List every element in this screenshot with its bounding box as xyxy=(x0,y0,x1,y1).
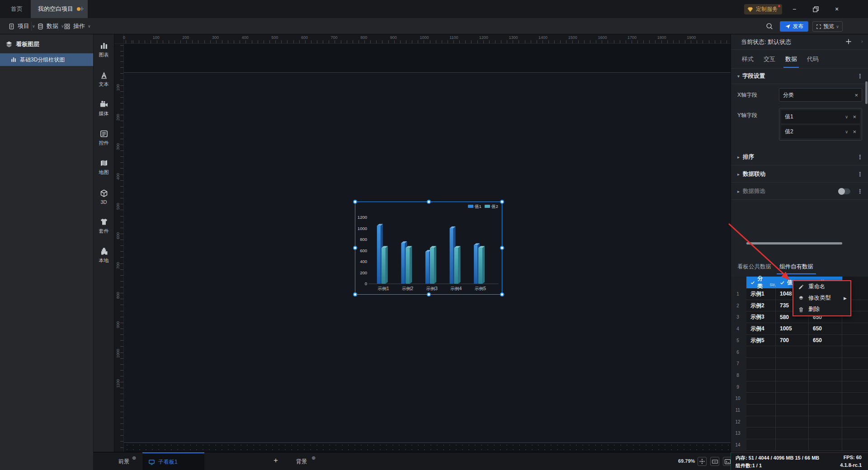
table-cell[interactable] xyxy=(809,439,842,451)
table-cell[interactable] xyxy=(746,416,776,428)
inspector-tab-代码[interactable]: 代码 xyxy=(806,51,820,68)
publish-button[interactable]: 发布 xyxy=(780,21,808,32)
toolbox-item-3D[interactable]: 3D xyxy=(94,183,114,211)
background-label[interactable]: 背景 xyxy=(296,458,307,465)
resize-handle-n[interactable] xyxy=(427,200,431,204)
window-close-button[interactable]: × xyxy=(830,4,844,14)
table-cell[interactable] xyxy=(746,347,776,358)
resize-handle-ne[interactable] xyxy=(500,200,504,204)
table-cell[interactable] xyxy=(776,439,809,451)
table-cell[interactable] xyxy=(809,393,842,404)
zoom-level[interactable]: 69.79% xyxy=(678,458,695,464)
toolbox-item-媒体[interactable]: 媒体 xyxy=(94,94,114,122)
table-cell[interactable] xyxy=(776,381,809,393)
table-vertical-scrollbar[interactable] xyxy=(865,81,868,104)
table-cell[interactable] xyxy=(776,416,809,428)
context-menu-item-删除[interactable]: 删除 xyxy=(793,304,850,315)
table-cell[interactable] xyxy=(842,335,868,347)
inspector-tab-交互[interactable]: 交互 xyxy=(763,51,776,68)
search-icon[interactable] xyxy=(765,22,774,32)
inspector-tab-数据[interactable]: 数据 xyxy=(784,51,798,68)
table-cell[interactable] xyxy=(809,381,842,393)
add-board-button[interactable]: + xyxy=(274,456,278,465)
kebab-menu-icon[interactable]: ⋮ xyxy=(857,73,863,80)
table-cell[interactable] xyxy=(809,347,842,358)
table-cell[interactable]: 650 xyxy=(809,335,842,347)
context-menu-item-修改类型[interactable]: 修改类型▶ xyxy=(793,292,850,304)
kebab-menu-icon[interactable]: ⋮ xyxy=(857,171,863,178)
table-cell[interactable] xyxy=(776,404,809,416)
table-cell[interactable] xyxy=(842,393,868,404)
toolbox-item-本地[interactable]: 本地 xyxy=(94,241,114,269)
resize-handle-w[interactable] xyxy=(353,246,357,250)
y-axis-field-select[interactable]: 值2 ∨ × xyxy=(781,125,860,138)
table-cell[interactable] xyxy=(746,370,776,381)
x-axis-field-input[interactable]: 分类 × xyxy=(779,88,862,102)
add-state-button[interactable] xyxy=(845,38,852,47)
clear-field-icon[interactable]: × xyxy=(853,113,856,120)
table-cell[interactable] xyxy=(746,381,776,393)
table-cell[interactable]: 示例1 xyxy=(746,288,776,300)
table-cell[interactable] xyxy=(776,393,809,404)
custom-service-badge[interactable]: 定制服务 xyxy=(744,4,782,14)
table-cell[interactable] xyxy=(809,370,842,381)
table-cell[interactable]: 示例2 xyxy=(746,300,776,312)
add-background-icon[interactable]: ⊕ xyxy=(311,455,316,461)
keyboard-shortcuts-icon[interactable] xyxy=(710,457,719,466)
table-cell[interactable] xyxy=(746,439,776,451)
table-horizontal-scrollbar[interactable] xyxy=(746,242,842,244)
table-cell[interactable]: 700 xyxy=(776,335,809,347)
toolbox-item-控件[interactable]: 控件 xyxy=(94,124,114,152)
table-cell[interactable] xyxy=(842,323,868,335)
resize-handle-sw[interactable] xyxy=(353,292,357,296)
tab-home[interactable]: 首页 xyxy=(4,0,30,18)
field-settings-header[interactable]: ▾ 字段设置 ⋮ xyxy=(731,69,868,84)
section-排序[interactable]: ▸ 排序 ⋮ xyxy=(731,149,868,165)
table-cell[interactable]: 示例3 xyxy=(746,311,776,323)
table-cell[interactable] xyxy=(746,404,776,416)
window-maximize-button[interactable] xyxy=(809,4,822,14)
selection-box[interactable] xyxy=(355,202,502,295)
table-cell[interactable] xyxy=(842,381,868,393)
add-foreground-icon[interactable]: ⊕ xyxy=(132,455,136,461)
table-cell[interactable] xyxy=(842,428,868,439)
expand-states-arrow[interactable]: › xyxy=(861,38,863,44)
table-cell[interactable] xyxy=(776,347,809,358)
table-cell[interactable]: 1005 xyxy=(776,323,809,335)
layer-item[interactable]: 基础3D分组柱状图 xyxy=(0,53,93,66)
table-cell[interactable] xyxy=(809,428,842,439)
resize-handle-e[interactable] xyxy=(500,246,504,250)
toolbox-item-套件[interactable]: 套件 xyxy=(94,212,114,240)
table-cell[interactable] xyxy=(746,428,776,439)
clear-field-icon[interactable]: × xyxy=(853,128,856,135)
table-cell[interactable]: 示例4 xyxy=(746,323,776,335)
table-cell[interactable] xyxy=(842,358,868,370)
foreground-label[interactable]: 前景 xyxy=(118,458,129,465)
window-minimize-button[interactable]: − xyxy=(788,4,801,14)
resize-handle-s[interactable] xyxy=(427,292,431,296)
sub-board-tab[interactable]: 子看板1 xyxy=(142,452,204,470)
table-cell[interactable] xyxy=(809,358,842,370)
table-cell[interactable]: 示例5 xyxy=(746,335,776,347)
resize-handle-se[interactable] xyxy=(500,292,504,296)
section-toggle-off[interactable] xyxy=(838,188,850,194)
data-source-tab-组件自有数据[interactable]: 组件自有数据 xyxy=(778,259,814,274)
preview-button[interactable]: 预览 ∨ xyxy=(812,21,843,32)
toolbox-item-地图[interactable]: 地图 xyxy=(94,153,114,181)
column-header-分类[interactable]: 分类 Str, xyxy=(746,277,776,288)
new-tab-button[interactable]: + xyxy=(76,4,88,14)
kebab-menu-icon[interactable]: ⋮ xyxy=(857,154,863,160)
inspector-tab-样式[interactable]: 样式 xyxy=(741,51,755,68)
menu-action[interactable]: 操作 ∨ xyxy=(59,18,95,34)
table-cell[interactable] xyxy=(842,370,868,381)
table-cell[interactable] xyxy=(842,347,868,358)
section-数据联动[interactable]: ▸ 数据联动 ⋮ xyxy=(731,166,868,183)
context-menu-item-重命名[interactable]: 重命名 xyxy=(793,281,850,292)
toolbox-item-图表[interactable]: 图表 xyxy=(94,36,114,64)
resize-handle-nw[interactable] xyxy=(353,200,357,204)
kebab-menu-icon[interactable]: ⋮ xyxy=(857,188,863,195)
table-cell[interactable] xyxy=(776,370,809,381)
table-cell[interactable] xyxy=(746,393,776,404)
toolbox-item-文本[interactable]: 文本 xyxy=(94,65,114,93)
table-cell[interactable] xyxy=(746,358,776,370)
